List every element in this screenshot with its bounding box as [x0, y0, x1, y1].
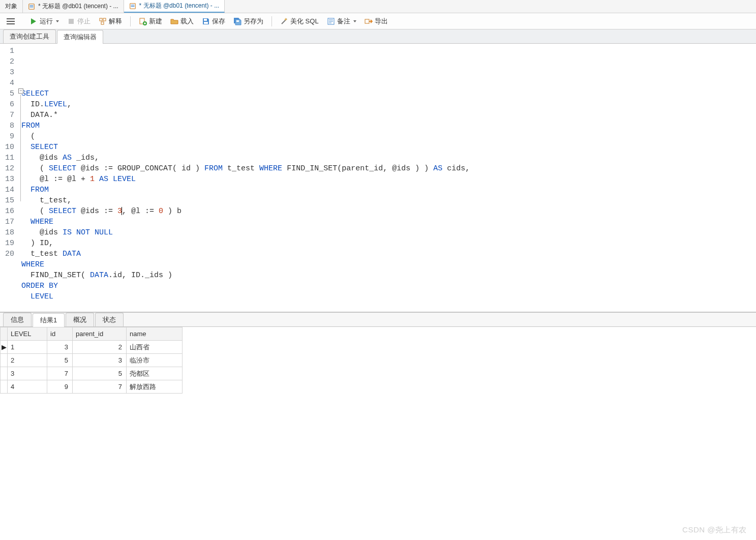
svg-rect-13 [204, 19, 207, 21]
cell-LEVEL[interactable]: 3 [8, 367, 47, 380]
explain-label: 解释 [109, 17, 122, 26]
svg-rect-14 [204, 22, 208, 24]
code-line[interactable]: ORDER BY [21, 281, 756, 291]
cell-name[interactable]: 解放西路 [127, 380, 183, 394]
code-line[interactable]: ( [21, 131, 756, 142]
table-row[interactable]: 497解放西路 [1, 380, 183, 394]
new-label: 新建 [149, 17, 162, 26]
export-button[interactable]: 导出 [361, 16, 391, 27]
cell-parent_id[interactable]: 5 [73, 367, 127, 380]
code-line[interactable]: t_test DATA [21, 249, 756, 259]
cell-LEVEL[interactable]: 2 [8, 354, 47, 367]
code-line[interactable]: @l := @l + 1 AS LEVEL [21, 174, 756, 185]
line-gutter: 1234567891011121314151617181920 [0, 44, 17, 312]
stop-icon [67, 17, 75, 25]
save-as-label: 另存为 [244, 17, 263, 26]
load-label: 载入 [180, 17, 194, 26]
cell-id[interactable]: 7 [47, 367, 73, 380]
cell-name[interactable]: 临汾市 [127, 354, 183, 367]
stop-button[interactable]: 停止 [64, 16, 94, 27]
svg-rect-17 [365, 19, 369, 23]
cell-name[interactable]: 山西省 [127, 341, 183, 354]
explain-button[interactable]: 解释 [96, 16, 125, 27]
note-button[interactable]: 备注 [324, 16, 359, 27]
svg-rect-4 [131, 5, 134, 5]
cell-parent_id[interactable]: 3 [73, 354, 127, 367]
tab-status[interactable]: 状态 [95, 313, 124, 326]
export-label: 导出 [375, 17, 388, 26]
col-header-name[interactable]: name [127, 327, 183, 341]
code-line[interactable]: @ids IS NOT NULL [21, 227, 756, 238]
code-line[interactable]: FROM [21, 121, 756, 131]
new-icon [139, 17, 147, 25]
table-row[interactable]: 253临汾市 [1, 354, 183, 367]
tab-query-builder[interactable]: 查询创建工具 [3, 29, 56, 43]
table-row[interactable]: ▶132山西省 [1, 341, 183, 354]
save-as-icon [233, 17, 241, 25]
row-marker: ▶ [1, 341, 8, 354]
cell-parent_id[interactable]: 2 [73, 341, 127, 354]
load-button[interactable]: 载入 [167, 16, 197, 27]
svg-rect-2 [30, 7, 34, 7]
save-button[interactable]: 保存 [199, 16, 228, 27]
code-line[interactable]: ( SELECT @ids := GROUP_CONCAT( id ) FROM… [21, 163, 756, 174]
save-as-button[interactable]: 另存为 [230, 16, 266, 27]
svg-rect-1 [30, 5, 34, 6]
code-line[interactable]: SELECT [21, 88, 756, 99]
svg-rect-7 [69, 19, 74, 24]
code-line[interactable]: ID.LEVEL, [21, 99, 756, 110]
wand-icon [280, 17, 288, 25]
play-icon [29, 17, 38, 25]
tab-info[interactable]: 信息 [3, 313, 32, 326]
code-line[interactable]: ) ID, [21, 238, 756, 249]
code-line[interactable]: FROM [21, 185, 756, 195]
tab-query-1-label: * 无标题 @db01 (tencent) - ... [38, 2, 118, 11]
tab-result1[interactable]: 结果1 [33, 313, 65, 327]
code-line[interactable]: SELECT [21, 142, 756, 153]
result-grid[interactable]: LEVEL id parent_id name ▶132山西省253临汾市375… [0, 327, 183, 394]
code-line[interactable]: LEVEL [21, 291, 756, 302]
col-header-parent_id[interactable]: parent_id [73, 327, 127, 341]
cell-id[interactable]: 9 [47, 380, 73, 394]
svg-rect-8 [100, 18, 102, 21]
menu-icon[interactable] [5, 16, 16, 27]
code-area[interactable]: − SELECT ID.LEVEL, DATA.*FROM ( SELECT @… [17, 44, 756, 312]
tab-objects[interactable]: 对象 [0, 0, 23, 13]
chevron-down-icon [56, 20, 59, 22]
tab-query-1[interactable]: * 无标题 @db01 (tencent) - ... [23, 0, 124, 13]
stop-label: 停止 [77, 17, 90, 26]
beautify-button[interactable]: 美化 SQL [277, 16, 322, 27]
cell-id[interactable]: 3 [47, 341, 73, 354]
table-row[interactable]: 375尧都区 [1, 367, 183, 380]
export-icon [365, 17, 373, 25]
run-button[interactable]: 运行 [26, 16, 62, 27]
code-line[interactable]: WHERE [21, 259, 756, 270]
cell-LEVEL[interactable]: 1 [8, 341, 47, 354]
new-button[interactable]: 新建 [136, 16, 165, 27]
tab-query-editor[interactable]: 查询编辑器 [57, 30, 103, 44]
code-line[interactable]: @ids AS _ids, [21, 153, 756, 163]
svg-rect-5 [131, 6, 134, 7]
tab-query-2[interactable]: * 无标题 @db01 (tencent) - ... [124, 0, 225, 13]
row-marker [1, 354, 8, 367]
explain-icon [99, 17, 107, 25]
code-line[interactable]: FIND_IN_SET( DATA.id, ID._ids ) [21, 270, 756, 281]
svg-rect-10 [101, 22, 104, 24]
run-label: 运行 [40, 17, 53, 26]
cell-name[interactable]: 尧都区 [127, 367, 183, 380]
code-line[interactable]: t_test, [21, 195, 756, 206]
col-header-id[interactable]: id [47, 327, 73, 341]
toolbar-separator [271, 16, 272, 26]
tab-summary[interactable]: 概况 [66, 313, 94, 326]
code-line[interactable]: ( SELECT @ids := 3, @l := 0 ) b [21, 206, 756, 217]
cell-parent_id[interactable]: 7 [73, 380, 127, 394]
sql-editor[interactable]: 1234567891011121314151617181920 − SELECT… [0, 44, 756, 312]
fold-toggle-icon[interactable]: − [18, 88, 23, 94]
col-header-level[interactable]: LEVEL [8, 327, 47, 341]
code-line[interactable]: DATA.* [21, 110, 756, 121]
chevron-down-icon [353, 20, 356, 22]
code-line[interactable]: WHERE [21, 217, 756, 227]
cell-LEVEL[interactable]: 4 [8, 380, 47, 394]
cell-id[interactable]: 5 [47, 354, 73, 367]
beautify-label: 美化 SQL [290, 17, 319, 26]
